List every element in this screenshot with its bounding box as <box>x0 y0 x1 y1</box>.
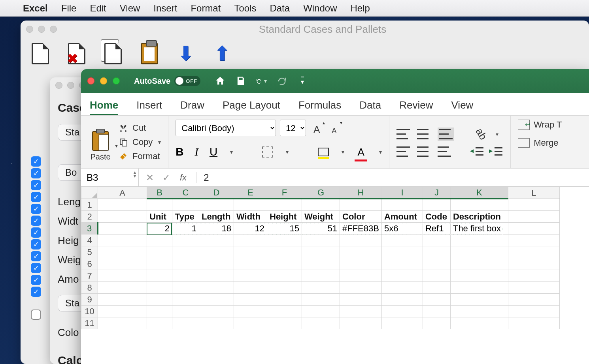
checkbox-icon[interactable]: ✓ <box>31 168 41 178</box>
cell-E3[interactable]: 12 <box>234 223 267 235</box>
align-left-icon[interactable] <box>396 146 410 157</box>
cell[interactable]: Weight <box>302 211 340 223</box>
checkbox-icon[interactable]: ✓ <box>31 216 41 226</box>
copy-button[interactable]: Copy▾ <box>118 137 161 147</box>
chevron-down-icon[interactable]: ▾ <box>379 149 382 155</box>
cell-F3[interactable]: 15 <box>267 223 302 235</box>
customize-qat-icon[interactable]: ▾ <box>297 75 308 86</box>
home-icon[interactable] <box>215 75 226 86</box>
row-header[interactable]: 8 <box>81 282 98 294</box>
row-header[interactable]: 4 <box>81 235 98 246</box>
menubar-file[interactable]: File <box>61 3 77 14</box>
clipboard-icon[interactable] <box>138 43 160 65</box>
menubar-format[interactable]: Format <box>191 3 221 14</box>
minimize-icon[interactable] <box>38 26 45 33</box>
col-header-H[interactable]: H <box>340 187 382 199</box>
chevron-down-icon[interactable]: ▾ <box>115 143 118 149</box>
font-size-select[interactable]: 12 <box>280 120 306 136</box>
checkbox-icon[interactable]: ✓ <box>31 239 41 250</box>
wrap-text-button[interactable]: Wrap T <box>518 120 562 130</box>
new-doc-icon[interactable] <box>29 43 51 65</box>
name-box[interactable]: B3 ▴▾ <box>81 169 139 186</box>
col-header-D[interactable]: D <box>199 187 234 199</box>
zoom-icon[interactable] <box>50 26 57 33</box>
align-right-icon[interactable] <box>438 146 451 157</box>
col-header-G[interactable]: G <box>302 187 340 199</box>
upload-arrow-icon[interactable]: ⬆ <box>211 43 233 65</box>
duplicate-doc-icon[interactable] <box>102 43 124 65</box>
checkbox-icon[interactable]: ✓ <box>31 227 41 238</box>
bold-button[interactable]: B <box>176 146 183 158</box>
format-painter-button[interactable]: Format <box>118 151 161 161</box>
row-header[interactable]: 5 <box>81 246 98 258</box>
chevron-down-icon[interactable]: ▾ <box>342 149 344 155</box>
cell[interactable]: Code <box>423 211 450 223</box>
italic-button[interactable]: I <box>195 146 198 158</box>
checkbox-icon[interactable]: ✓ <box>31 287 41 297</box>
tab-insert[interactable]: Insert <box>136 99 162 115</box>
col-header-L[interactable]: L <box>508 187 559 199</box>
minimize-icon[interactable] <box>67 82 74 89</box>
paste-button[interactable]: ▾ <box>88 122 113 152</box>
cell-J3[interactable]: Ref1 <box>423 223 450 235</box>
chevron-down-icon[interactable]: ▾ <box>158 139 161 145</box>
fill-color-icon[interactable] <box>318 148 329 156</box>
menubar-view[interactable]: View <box>120 3 140 14</box>
menubar-insert[interactable]: Insert <box>153 3 177 14</box>
cell-C3[interactable]: 1 <box>172 223 199 235</box>
menubar-tools[interactable]: Tools <box>234 3 256 14</box>
tab-data[interactable]: Data <box>359 99 381 115</box>
decrease-font-icon[interactable]: A▾ <box>327 121 341 135</box>
decrease-indent-icon[interactable] <box>472 146 484 157</box>
col-header-A[interactable]: A <box>98 187 147 199</box>
switch-off-icon[interactable]: OFF <box>174 76 200 86</box>
menubar-edit[interactable]: Edit <box>90 3 106 14</box>
checkbox-icon[interactable]: ✓ <box>31 204 41 214</box>
cell-H3[interactable]: #FFE83B <box>340 223 382 235</box>
delete-doc-icon[interactable] <box>66 43 88 65</box>
col-header-F[interactable]: F <box>267 187 302 199</box>
tab-view[interactable]: View <box>451 99 474 115</box>
cell[interactable]: Length <box>199 211 234 223</box>
cell[interactable]: Width <box>234 211 267 223</box>
underline-button[interactable]: U <box>210 146 217 158</box>
minimize-icon[interactable] <box>100 77 107 84</box>
row-header[interactable]: 9 <box>81 294 98 306</box>
cell-I3[interactable]: 5x6 <box>381 223 423 235</box>
font-color-icon[interactable]: A <box>355 146 366 158</box>
align-bottom-icon[interactable] <box>438 128 454 141</box>
chevron-down-icon[interactable]: ▾ <box>230 149 233 155</box>
row-header[interactable]: 6 <box>81 258 98 270</box>
borders-icon[interactable] <box>262 146 273 158</box>
accept-formula-icon[interactable]: ✓ <box>162 172 170 183</box>
col-header-E[interactable]: E <box>234 187 267 199</box>
row-header[interactable]: 3 <box>81 223 98 235</box>
cancel-formula-icon[interactable]: ✕ <box>146 172 154 183</box>
row-header[interactable]: 1 <box>81 199 98 211</box>
cell[interactable]: Type <box>172 211 199 223</box>
align-top-icon[interactable] <box>396 129 410 139</box>
checkbox-icon[interactable]: ✓ <box>31 180 41 190</box>
excel-titlebar[interactable]: AutoSave OFF ▾ ▾ <box>81 69 589 93</box>
redo-icon[interactable] <box>276 75 287 86</box>
col-header-J[interactable]: J <box>423 187 450 199</box>
cell[interactable]: Height <box>267 211 302 223</box>
cell[interactable]: Amount <box>381 211 423 223</box>
tab-review[interactable]: Review <box>399 99 433 115</box>
close-icon[interactable] <box>55 82 62 89</box>
checkbox-icon[interactable]: ✓ <box>31 263 41 273</box>
formula-input[interactable]: 2 <box>200 172 589 183</box>
row-header[interactable]: 2 <box>81 211 98 223</box>
cut-button[interactable]: Cut <box>118 123 161 133</box>
col-header-C[interactable]: C <box>172 187 199 199</box>
tab-draw[interactable]: Draw <box>180 99 204 115</box>
cell-K3[interactable]: The first box <box>450 223 508 235</box>
increase-font-icon[interactable]: A▴ <box>310 121 323 135</box>
menubar-window[interactable]: Window <box>303 3 337 14</box>
checkbox-icon[interactable]: ✓ <box>31 275 41 285</box>
align-center-icon[interactable] <box>417 146 430 157</box>
orientation-icon[interactable]: ab <box>473 126 489 142</box>
cell-D3[interactable]: 18 <box>199 223 234 235</box>
cell-B3[interactable]: 2 <box>147 223 172 235</box>
select-all-corner[interactable] <box>81 187 98 199</box>
